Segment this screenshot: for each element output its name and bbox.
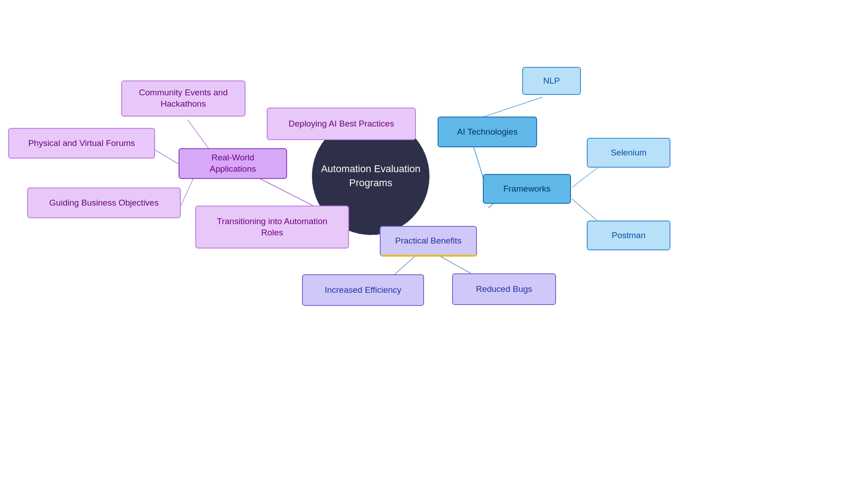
reduced-bugs-label: Reduced Bugs xyxy=(476,284,533,295)
ai-technologies-node[interactable]: AI Technologies xyxy=(438,117,537,147)
physical-virtual-forums-node[interactable]: Physical and Virtual Forums xyxy=(8,128,155,159)
increased-efficiency-label: Increased Efficiency xyxy=(325,285,401,296)
deploying-ai-label: Deploying AI Best Practices xyxy=(288,118,394,130)
transitioning-automation-node[interactable]: Transitioning into Automation Roles xyxy=(195,206,349,249)
practical-benefits-node[interactable]: Practical Benefits xyxy=(380,226,477,257)
svg-line-3 xyxy=(181,176,194,206)
deploying-ai-node[interactable]: Deploying AI Best Practices xyxy=(267,108,416,140)
nlp-label: NLP xyxy=(543,75,560,87)
frameworks-node[interactable]: Frameworks xyxy=(483,174,571,204)
physical-virtual-forums-label: Physical and Virtual Forums xyxy=(28,138,135,149)
community-events-node[interactable]: Community Events and Hackathons xyxy=(121,80,245,117)
practical-benefits-label: Practical Benefits xyxy=(395,235,462,247)
selenium-label: Selenium xyxy=(611,147,646,159)
ai-technologies-label: AI Technologies xyxy=(457,127,518,138)
postman-label: Postman xyxy=(612,230,646,241)
center-label: Automation Evaluation Programs xyxy=(312,162,429,190)
transitioning-automation-label: Transitioning into Automation Roles xyxy=(205,216,339,238)
svg-line-8 xyxy=(439,255,475,276)
nlp-node[interactable]: NLP xyxy=(522,67,581,95)
real-world-applications-node[interactable]: Real-World Applications xyxy=(179,148,287,179)
svg-line-7 xyxy=(393,255,416,276)
postman-node[interactable]: Postman xyxy=(587,221,670,250)
community-events-label: Community Events and Hackathons xyxy=(131,87,236,109)
frameworks-label: Frameworks xyxy=(503,183,551,195)
real-world-applications-label: Real-World Applications xyxy=(189,152,277,174)
increased-efficiency-node[interactable]: Increased Efficiency xyxy=(302,274,424,306)
reduced-bugs-node[interactable]: Reduced Bugs xyxy=(452,273,556,305)
guiding-business-label: Guiding Business Objectives xyxy=(49,197,159,209)
guiding-business-node[interactable]: Guiding Business Objectives xyxy=(27,188,181,218)
selenium-node[interactable]: Selenium xyxy=(587,138,670,168)
